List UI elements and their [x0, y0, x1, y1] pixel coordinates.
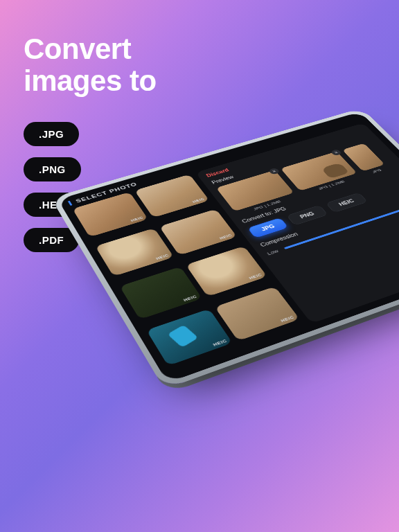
photo-thumb[interactable]: HEIC: [95, 228, 174, 276]
promo-background: Convert images to .JPG .PNG .HEIC .PDF S…: [0, 0, 399, 532]
photo-thumb[interactable]: HEIC: [159, 209, 238, 256]
photo-thumb[interactable]: HEIC: [186, 246, 267, 296]
thumb-format-badge: HEIC: [130, 216, 144, 222]
close-icon[interactable]: ×: [330, 149, 343, 156]
thumb-format-badge: HEIC: [183, 294, 197, 302]
headline-line-1: Convert: [24, 33, 157, 65]
title-accent-icon: [68, 201, 73, 206]
thumb-format-badge: HEIC: [248, 273, 263, 280]
format-chip-jpg: .JPG: [24, 122, 79, 146]
tablet-screen: SELECT PHOTO HEIC HEIC HEIC HEIC HEIC HE…: [57, 112, 399, 382]
photo-thumb[interactable]: HEIC: [146, 308, 233, 366]
thumb-format-badge: HEIC: [219, 233, 233, 240]
tablet-device: SELECT PHOTO HEIC HEIC HEIC HEIC HEIC HE…: [51, 108, 399, 389]
tablet-stage: SELECT PHOTO HEIC HEIC HEIC HEIC HEIC HE…: [90, 83, 399, 526]
thumb-format-badge: HEIC: [213, 339, 228, 347]
thumb-format-badge: HEIC: [192, 197, 205, 204]
close-icon[interactable]: ×: [268, 168, 281, 175]
thumb-format-badge: HEIC: [280, 315, 295, 323]
thumb-format-badge: HEIC: [155, 254, 170, 260]
convert-to-value: JPG: [272, 206, 287, 213]
format-chip-png: .PNG: [24, 157, 81, 181]
photo-thumb[interactable]: HEIC: [120, 267, 202, 319]
photo-thumb[interactable]: HEIC: [215, 286, 300, 341]
compression-low-label: Low: [266, 249, 280, 256]
